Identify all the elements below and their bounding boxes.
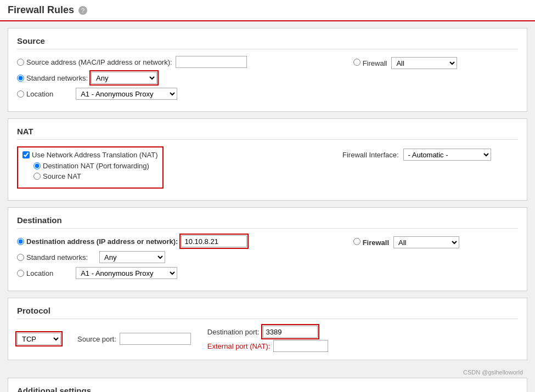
protocol-select[interactable]: TCP UDP ICMP Any [17, 333, 61, 345]
dest-standard-networks-select[interactable]: Any LAN WAN DMZ [99, 251, 165, 263]
source-port-input[interactable] [120, 333, 191, 345]
nat-section-title: NAT [17, 127, 518, 140]
dest-nat-text: Destination NAT (Port forwarding) [43, 162, 149, 170]
dest-address-input[interactable] [181, 235, 247, 247]
nat-two-col: Use Network Address Translation (NAT) De… [17, 146, 518, 192]
additional-settings-title: Additional settings [17, 386, 518, 392]
destination-left-col: Destination address (IP address or netwo… [17, 235, 353, 283]
source-two-col: Source address (MAC/IP address or networ… [17, 56, 518, 104]
source-address-radio-label[interactable]: Source address (MAC/IP address or networ… [17, 58, 172, 66]
source-section-title: Source [17, 36, 518, 49]
main-content: Source Source address (MAC/IP address or… [0, 21, 535, 392]
source-address-label: Source address (MAC/IP address or networ… [26, 58, 172, 66]
source-port-group: Source port: [77, 333, 191, 345]
source-firewall-label: Firewall [363, 59, 387, 67]
dest-nat-radio[interactable] [33, 162, 41, 169]
source-firewall-radio-label[interactable]: Firewall [353, 59, 387, 67]
use-nat-checkbox[interactable] [22, 151, 30, 158]
watermark: CSDN @gslhelloworld [8, 367, 527, 378]
nat-section: NAT Use Network Address Translation (NAT… [8, 118, 527, 201]
dest-firewall-select[interactable]: All LAN WAN [393, 236, 459, 248]
protocol-row: TCP UDP ICMP Any Source port: Destinatio… [17, 326, 518, 352]
source-standard-networks-select[interactable]: Any LAN WAN DMZ [91, 72, 157, 84]
protocol-section-title: Protocol [17, 306, 518, 319]
source-address-row: Source address (MAC/IP address or networ… [17, 56, 353, 68]
dest-location-radio-label[interactable]: Location [17, 269, 53, 277]
dest-standard-networks-label: Standard networks: [26, 253, 88, 262]
dest-location-label: Location [26, 269, 53, 277]
dest-standard-networks-radio-label[interactable]: Standard networks: [17, 253, 88, 262]
dest-port-group: Destination port: External port (NAT): [207, 326, 329, 352]
source-nat-text: Source NAT [43, 172, 81, 180]
dest-address-radio-label[interactable]: Destination address (IP address or netwo… [17, 237, 178, 246]
use-nat-text: Use Network Address Translation (NAT) [32, 151, 158, 159]
dest-address-label: Destination address (IP address or netwo… [26, 237, 178, 246]
source-nat-label[interactable]: Source NAT [33, 172, 81, 180]
use-nat-label[interactable]: Use Network Address Translation (NAT) [22, 151, 158, 159]
external-port-input[interactable] [273, 340, 328, 352]
destination-two-col: Destination address (IP address or netwo… [17, 235, 518, 283]
source-location-radio-label[interactable]: Location [17, 90, 53, 98]
destination-section-title: Destination [17, 215, 518, 229]
nat-checkbox-outline: Use Network Address Translation (NAT) De… [17, 146, 164, 189]
source-firewall-select[interactable]: All LAN WAN [391, 57, 457, 69]
dest-standard-networks-row: Standard networks: Any LAN WAN DMZ [17, 251, 353, 263]
source-address-radio[interactable] [17, 59, 24, 66]
nat-left-col: Use Network Address Translation (NAT) De… [17, 146, 342, 192]
external-port-label: External port (NAT): [207, 342, 271, 350]
dest-location-radio[interactable] [17, 270, 24, 277]
dest-nat-label[interactable]: Destination NAT (Port forwarding) [33, 162, 149, 170]
firewall-interface-select[interactable]: - Automatic - LAN WAN DMZ [403, 149, 491, 161]
use-nat-row: Use Network Address Translation (NAT) De… [17, 146, 342, 189]
page-header: Firewall Rules ? [0, 0, 535, 21]
source-port-label: Source port: [77, 335, 116, 343]
external-port-row: External port (NAT): [207, 340, 329, 352]
dest-address-radio[interactable] [17, 238, 24, 245]
dest-firewall-radio-label[interactable]: Firewall [353, 238, 389, 247]
additional-settings-section: Additional settings [8, 378, 527, 392]
source-standard-networks-row: Standard networks: Any LAN WAN DMZ [17, 72, 353, 84]
dest-port-row: Destination port: [207, 326, 329, 338]
destination-right-col: Firewall All LAN WAN [353, 235, 518, 248]
source-standard-networks-radio-label[interactable]: Standard networks: [17, 74, 88, 82]
source-left-col: Source address (MAC/IP address or networ… [17, 56, 353, 104]
source-firewall-radio[interactable] [353, 59, 361, 66]
dest-location-row: Location A1 - Anonymous Proxy A2 - Satel… [17, 267, 353, 279]
page-title: Firewall Rules [8, 4, 74, 16]
help-icon[interactable]: ? [78, 6, 87, 15]
source-standard-networks-radio[interactable] [17, 75, 24, 82]
source-right-col: Firewall All LAN WAN [353, 56, 518, 69]
source-address-input[interactable] [176, 56, 247, 68]
source-standard-networks-label: Standard networks: [26, 74, 88, 82]
dest-location-select[interactable]: A1 - Anonymous Proxy A2 - Satellite Prov… [76, 267, 177, 279]
source-nat-radio[interactable] [33, 173, 41, 180]
dest-firewall-label: Firewall [363, 238, 389, 247]
dest-port-input[interactable] [263, 326, 318, 338]
source-location-radio[interactable] [17, 90, 24, 98]
source-location-select[interactable]: A1 - Anonymous Proxy A2 - Satellite Prov… [76, 88, 177, 100]
nat-right-col: Firewall Interface: - Automatic - LAN WA… [342, 146, 518, 161]
use-nat-checkbox-row: Use Network Address Translation (NAT) [22, 151, 158, 159]
source-location-label: Location [26, 90, 53, 98]
dest-nat-row: Destination NAT (Port forwarding) [33, 162, 158, 170]
destination-section: Destination Destination address (IP addr… [8, 207, 527, 291]
protocol-section: Protocol TCP UDP ICMP Any Source port: D… [8, 298, 527, 360]
firewall-interface-label: Firewall Interface: [342, 151, 399, 159]
source-location-row: Location A1 - Anonymous Proxy A2 - Satel… [17, 88, 353, 100]
dest-port-label: Destination port: [207, 328, 260, 336]
dest-firewall-radio[interactable] [353, 238, 361, 245]
dest-standard-networks-radio[interactable] [17, 254, 24, 261]
source-nat-row: Source NAT [33, 172, 158, 180]
dest-address-row: Destination address (IP address or netwo… [17, 235, 353, 247]
source-section: Source Source address (MAC/IP address or… [8, 28, 527, 112]
